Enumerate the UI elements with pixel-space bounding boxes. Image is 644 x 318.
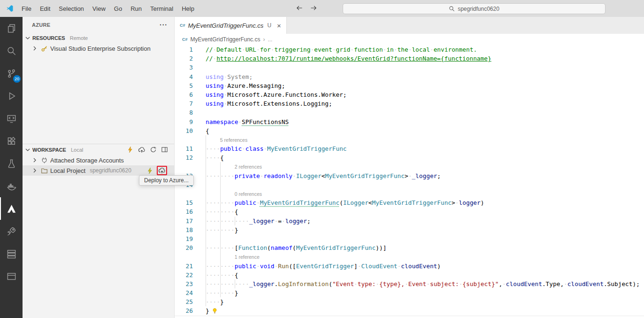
code-token: · xyxy=(263,145,267,152)
activity-docker[interactable] xyxy=(0,175,23,197)
code-token: ,· xyxy=(498,280,506,287)
activity-explorer[interactable] xyxy=(0,17,23,39)
run-debug-icon xyxy=(7,91,16,101)
codelens-row[interactable]: 0 references xyxy=(175,189,644,198)
menu-file[interactable]: File xyxy=(17,5,36,12)
code-token: private xyxy=(235,172,260,179)
line-number: 2 xyxy=(175,54,200,63)
code-line[interactable]: 6using·Microsoft.Azure.Functions.Worker; xyxy=(175,90,644,99)
code-line[interactable]: 9namespace·SPFunctionsNS xyxy=(175,117,644,126)
breadcrumb-more[interactable]: ... xyxy=(268,36,272,43)
activity-search[interactable] xyxy=(0,39,23,62)
menu-go[interactable]: Go xyxy=(110,5,126,12)
activity-azure[interactable] xyxy=(0,197,23,220)
create-function-icon[interactable] xyxy=(127,146,134,153)
activity-remote-explorer[interactable] xyxy=(0,107,23,130)
code-line[interactable]: 18········} xyxy=(175,225,644,234)
line-number xyxy=(175,135,200,144)
code-token: "Event·type:·{type},·Event·subject:·{sub… xyxy=(332,280,499,287)
tooltip-deploy-to-azure: Deploy to Azure... xyxy=(139,175,194,186)
title-bar: FileEditSelectionViewGoRunTerminalHelp s… xyxy=(0,0,644,17)
code-token: ) xyxy=(481,199,484,206)
tree-item-subscription[interactable]: Visual Studio Enterprise Subscription xyxy=(23,43,174,54)
code-line[interactable]: 16········{ xyxy=(175,207,644,216)
activity-pipelines[interactable] xyxy=(0,220,23,242)
key-icon xyxy=(41,45,48,52)
codelens-link[interactable]: 0 references xyxy=(235,191,262,197)
code-line[interactable]: 21········public·void·Run([EventGridTrig… xyxy=(175,262,644,271)
code-editor[interactable]: 1//·Default·URL·for·triggering·event·gri… xyxy=(175,45,644,318)
code-line[interactable]: 14 xyxy=(175,180,644,189)
tree-item-local-project[interactable]: Local Project spegridfunc0620 xyxy=(23,165,174,176)
menu-selection[interactable]: Selection xyxy=(54,5,88,12)
code-line[interactable]: 19 xyxy=(175,234,644,243)
activity-window[interactable] xyxy=(0,265,23,287)
code-line[interactable]: 7using·Microsoft.Extensions.Logging; xyxy=(175,99,644,108)
refresh-icon[interactable] xyxy=(150,146,157,153)
tree-item-attached-storage[interactable]: Attached Storage Accounts xyxy=(23,155,174,165)
menu-run[interactable]: Run xyxy=(126,5,146,12)
activity-test[interactable] xyxy=(0,152,23,175)
codelens-link[interactable]: 1 reference xyxy=(235,254,260,260)
activity-source-control[interactable]: 20 xyxy=(0,62,23,85)
code-token: ( xyxy=(329,280,332,287)
code-line[interactable]: 12····{ xyxy=(175,153,644,162)
forward-icon[interactable] xyxy=(310,4,317,13)
deploy-cloud-icon[interactable] xyxy=(138,146,146,154)
resources-section: RESOURCES Remote Visual Studio Enterpris… xyxy=(23,33,174,144)
open-editors-icon[interactable] xyxy=(161,146,168,153)
menu-bar: FileEditSelectionViewGoRunTerminalHelp xyxy=(17,5,199,12)
workspace-section-header[interactable]: WORKSPACE Local xyxy=(23,144,174,155)
close-icon[interactable]: × xyxy=(277,22,281,30)
tab-myeventgridtriggerfunc[interactable]: C# MyEventGridTriggerFunc.cs U × xyxy=(175,17,287,34)
line-number: 11 xyxy=(175,144,200,153)
indent-guide xyxy=(220,217,221,225)
activity-extensions[interactable] xyxy=(0,130,23,152)
code-line[interactable]: 22········{ xyxy=(175,271,644,279)
code-line[interactable]: 10{ xyxy=(175,126,644,135)
code-line[interactable]: 26} xyxy=(175,306,644,315)
code-line[interactable]: 1//·Default·URL·for·triggering·event·gri… xyxy=(175,45,644,54)
activity-run-debug[interactable] xyxy=(0,85,23,107)
code-line[interactable]: 11····public·class·MyEventGridTriggerFun… xyxy=(175,144,644,153)
lightbulb-icon[interactable] xyxy=(212,308,218,314)
menu-help[interactable]: Help xyxy=(177,5,199,12)
code-line[interactable]: 4using·System; xyxy=(175,72,644,81)
code-token: void xyxy=(260,263,275,270)
codelens-row[interactable]: 1 reference xyxy=(175,252,644,261)
codelens-link[interactable]: 2 references xyxy=(235,164,262,170)
back-icon[interactable] xyxy=(296,4,303,13)
resources-section-header[interactable]: RESOURCES Remote xyxy=(23,33,174,43)
code-line[interactable]: 2//·http://localhost:7071/runtime/webhoo… xyxy=(175,54,644,63)
code-line[interactable]: 3 xyxy=(175,63,644,72)
codelens-row[interactable]: 2 references xyxy=(175,162,644,171)
menu-terminal[interactable]: Terminal xyxy=(146,5,177,12)
tab-label: MyEventGridTriggerFunc.cs xyxy=(188,22,264,29)
code-line[interactable]: 20········[Function(nameof(MyEventGridTr… xyxy=(175,243,644,252)
code-line[interactable]: 5using·Azure.Messaging; xyxy=(175,81,644,90)
code-line[interactable]: 23············_logger.LogInformation("Ev… xyxy=(175,279,644,288)
code-token: ([ xyxy=(289,263,296,270)
menu-view[interactable]: View xyxy=(88,5,110,12)
code-line[interactable]: 8 xyxy=(175,108,644,117)
code-line[interactable]: 15········public·MyEventGridTriggerFunc(… xyxy=(175,198,644,207)
code-line[interactable]: 25····} xyxy=(175,297,644,306)
command-center[interactable]: spegridfunc0620 xyxy=(343,3,606,14)
activity-storage[interactable] xyxy=(0,242,23,265)
codelens-link[interactable]: 5 references xyxy=(220,137,247,143)
code-line[interactable]: 27 xyxy=(175,316,644,318)
sidebar-header: AZURE ··· xyxy=(23,17,174,33)
vscode-logo-icon[interactable] xyxy=(6,5,14,12)
code-line[interactable]: 17············_logger·=·logger; xyxy=(175,217,644,225)
indent-guide xyxy=(220,243,221,252)
deploy-to-azure-icon[interactable] xyxy=(158,167,166,174)
code-line[interactable]: 24········} xyxy=(175,288,644,297)
create-function-icon[interactable] xyxy=(146,167,153,174)
more-actions-icon[interactable]: ··· xyxy=(160,21,168,29)
code-token: http://localhost:7071/runtime/webhooks/E… xyxy=(216,55,491,62)
menu-edit[interactable]: Edit xyxy=(36,5,54,12)
codelens-row[interactable]: 5 references xyxy=(175,135,644,144)
azure-sidebar: AZURE ··· RESOURCES Remote Visual Studio… xyxy=(23,17,174,318)
code-line[interactable]: 13········private·readonly·ILogger<MyEve… xyxy=(175,171,644,180)
breadcrumb-file[interactable]: MyEventGridTriggerFunc.cs xyxy=(191,36,261,43)
